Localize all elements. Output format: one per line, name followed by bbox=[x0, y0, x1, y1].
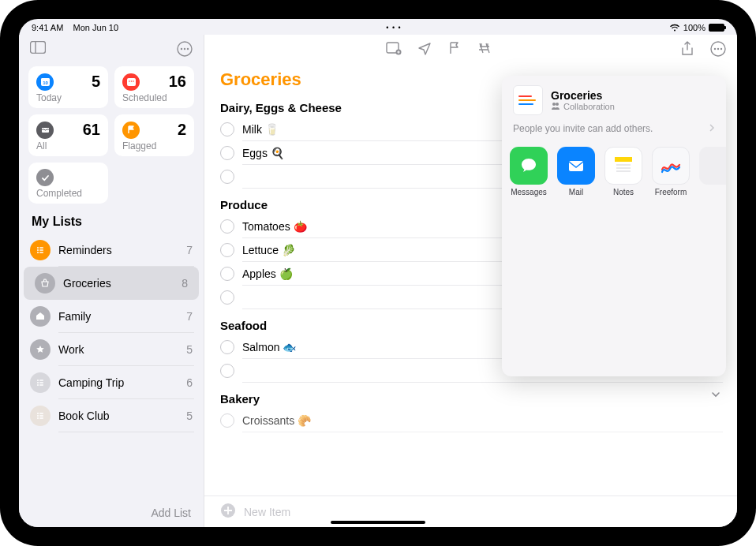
reminder-row[interactable]: Croissants 🥐 bbox=[204, 409, 737, 432]
list-row-book-club[interactable]: Book Club 5 bbox=[19, 399, 204, 432]
freeform-icon bbox=[652, 147, 690, 185]
reminder-text: Milk 🥛 bbox=[242, 123, 279, 136]
app-icon bbox=[699, 147, 726, 185]
svg-point-36 bbox=[720, 48, 722, 50]
svg-point-34 bbox=[714, 48, 716, 50]
smart-count: 5 bbox=[92, 73, 100, 91]
checkbox-circle[interactable] bbox=[220, 122, 234, 136]
checkbox-circle[interactable] bbox=[220, 170, 234, 184]
svg-point-10 bbox=[129, 80, 130, 82]
svg-rect-7 bbox=[41, 78, 50, 80]
list-label: Book Club bbox=[58, 410, 178, 422]
share-app-messages[interactable]: Messages bbox=[510, 147, 548, 196]
svg-text:10: 10 bbox=[43, 80, 48, 85]
more-icon[interactable] bbox=[710, 41, 726, 60]
list-label: Groceries bbox=[63, 277, 174, 290]
svg-point-32 bbox=[395, 50, 401, 55]
svg-point-33 bbox=[711, 42, 725, 56]
svg-point-27 bbox=[37, 415, 39, 417]
list-row-family[interactable]: Family 7 bbox=[19, 300, 204, 333]
svg-point-19 bbox=[37, 380, 39, 381]
share-app-label: Notes bbox=[613, 188, 634, 196]
list-row-work[interactable]: Work 5 bbox=[19, 333, 204, 366]
svg-point-5 bbox=[187, 48, 189, 50]
tag-icon[interactable] bbox=[477, 41, 492, 60]
checkbox-circle[interactable] bbox=[220, 290, 234, 305]
status-battery-pct: 100% bbox=[683, 23, 705, 32]
tray-icon bbox=[36, 122, 54, 139]
star-icon bbox=[30, 339, 51, 360]
notes-icon bbox=[604, 147, 642, 185]
smart-count: 16 bbox=[169, 73, 186, 91]
list-row-groceries[interactable]: Groceries 8 bbox=[24, 267, 199, 300]
smart-list-all[interactable]: 61 All bbox=[28, 114, 108, 156]
calendar-badge-icon[interactable] bbox=[386, 41, 402, 60]
status-bar: 9:41 AM Mon Jun 10 • • • 100% bbox=[19, 19, 737, 35]
checkbox-circle[interactable] bbox=[220, 340, 234, 354]
list-row-camping[interactable]: Camping Trip 6 bbox=[19, 366, 204, 399]
list-row-reminders[interactable]: Reminders 7 bbox=[19, 234, 204, 267]
svg-point-13 bbox=[37, 247, 39, 249]
add-list-button[interactable]: Add List bbox=[19, 499, 204, 527]
people-icon bbox=[551, 102, 560, 111]
share-sheet: Groceries Collaboration People you invit… bbox=[502, 76, 726, 376]
flag-icon[interactable] bbox=[447, 41, 462, 60]
svg-rect-9 bbox=[127, 78, 136, 86]
svg-rect-26 bbox=[39, 413, 43, 413]
share-app-more[interactable] bbox=[699, 147, 726, 196]
chevron-right-icon bbox=[709, 123, 715, 134]
checkbox-circle[interactable] bbox=[220, 243, 234, 257]
checkbox-circle[interactable] bbox=[220, 146, 234, 160]
checkbox-circle[interactable] bbox=[220, 267, 234, 281]
share-options-row[interactable]: People you invite can add others. bbox=[502, 122, 726, 140]
location-icon[interactable] bbox=[417, 41, 432, 60]
share-app-notes[interactable]: Notes bbox=[604, 147, 642, 196]
main-content: Groceries Dairy, Eggs & Cheese Milk 🥛 Eg… bbox=[204, 35, 737, 527]
more-options-icon[interactable] bbox=[177, 41, 193, 57]
reminder-text: Tomatoes 🍅 bbox=[242, 220, 307, 233]
svg-rect-30 bbox=[39, 417, 43, 418]
list-count: 6 bbox=[186, 376, 193, 389]
smart-count: 61 bbox=[83, 121, 100, 139]
mail-icon bbox=[557, 147, 595, 185]
share-thumbnail-icon bbox=[513, 85, 543, 115]
svg-rect-16 bbox=[39, 249, 43, 250]
list-count: 7 bbox=[186, 244, 193, 256]
flag-icon bbox=[122, 122, 140, 139]
share-icon[interactable] bbox=[680, 41, 694, 60]
share-app-freeform[interactable]: Freeform bbox=[652, 147, 690, 196]
battery-icon bbox=[709, 24, 724, 32]
svg-rect-14 bbox=[39, 247, 43, 248]
smart-list-flagged[interactable]: 2 Flagged bbox=[114, 114, 194, 156]
list-label: Family bbox=[58, 310, 178, 323]
smart-label: Today bbox=[36, 92, 100, 103]
svg-rect-40 bbox=[569, 161, 583, 171]
svg-point-21 bbox=[37, 382, 39, 383]
list-label: Reminders bbox=[58, 244, 178, 256]
svg-point-12 bbox=[133, 80, 134, 82]
list-count: 7 bbox=[186, 310, 193, 323]
reminder-text: Salmon 🐟 bbox=[242, 341, 296, 353]
list-count: 8 bbox=[182, 277, 188, 290]
wifi-icon bbox=[669, 24, 680, 32]
multitask-dots-icon[interactable]: • • • bbox=[386, 24, 401, 32]
checkbox-circle[interactable] bbox=[220, 219, 234, 234]
smart-list-today[interactable]: 10 5 Today bbox=[28, 66, 108, 108]
checkbox-circle[interactable] bbox=[220, 364, 234, 378]
checkbox-circle[interactable] bbox=[220, 413, 234, 428]
sidebar-toggle-icon[interactable] bbox=[30, 41, 46, 57]
list-bullet-icon bbox=[30, 240, 51, 260]
basket-icon bbox=[35, 273, 55, 294]
svg-rect-20 bbox=[39, 380, 43, 380]
status-time: 9:41 AM bbox=[32, 23, 63, 32]
share-title: Groceries bbox=[551, 89, 615, 102]
house-icon bbox=[30, 306, 51, 327]
smart-list-scheduled[interactable]: 16 Scheduled bbox=[114, 66, 194, 108]
chevron-down-icon[interactable] bbox=[710, 389, 721, 403]
smart-list-completed[interactable]: Completed bbox=[28, 163, 108, 204]
home-indicator[interactable] bbox=[331, 521, 425, 524]
messages-icon bbox=[510, 147, 548, 185]
list-bullet-icon bbox=[30, 406, 51, 426]
share-app-mail[interactable]: Mail bbox=[557, 147, 595, 196]
new-reminder-button[interactable]: New Item bbox=[204, 496, 737, 527]
